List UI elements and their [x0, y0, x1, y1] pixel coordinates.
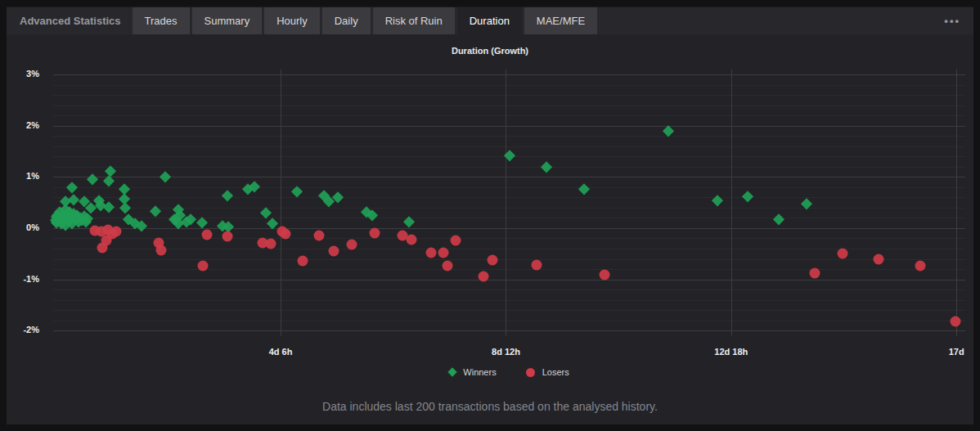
data-point-losers[interactable] — [810, 268, 820, 279]
data-point-losers[interactable] — [347, 239, 357, 249]
data-point-losers[interactable] — [281, 228, 291, 239]
tab-mae-mfe[interactable]: MAE/MFE — [524, 7, 597, 34]
vertical-gridline — [506, 70, 506, 336]
data-point-winners[interactable] — [104, 201, 115, 212]
chart-title: Duration (Growth) — [7, 46, 973, 56]
minor-gridline — [53, 290, 965, 290]
data-point-losers[interactable] — [156, 245, 167, 255]
x-axis-tick-label: 17d — [949, 347, 964, 357]
minor-gridline — [53, 249, 965, 249]
minor-gridline — [53, 208, 965, 209]
plot-area[interactable]: WinnersLosers 3%2%1%0%-1%-2%4d 6h8d 12h1… — [53, 70, 965, 336]
overflow-menu-icon[interactable]: ••• — [931, 7, 973, 34]
vertical-gridline — [956, 70, 957, 336]
minor-gridline — [53, 167, 965, 168]
footer-note: Data includes last 200 transactions base… — [7, 400, 973, 413]
data-point-losers[interactable] — [450, 235, 461, 245]
data-point-losers[interactable] — [874, 254, 884, 265]
minor-gridline — [53, 269, 965, 270]
data-point-losers[interactable] — [329, 246, 339, 257]
data-point-losers[interactable] — [198, 260, 209, 271]
data-point-winners[interactable] — [261, 207, 272, 218]
minor-gridline — [53, 136, 965, 137]
tab-duration[interactable]: Duration — [457, 7, 522, 34]
data-point-winners[interactable] — [663, 125, 673, 136]
minor-gridline — [53, 310, 965, 311]
data-point-losers[interactable] — [202, 230, 213, 240]
major-gridline — [53, 126, 965, 127]
y-axis-tick-label: 0% — [3, 222, 39, 232]
data-point-losers[interactable] — [370, 228, 380, 239]
legend-label: Winners — [463, 367, 496, 377]
minor-gridline — [53, 197, 965, 198]
major-gridline — [53, 228, 965, 229]
data-point-losers[interactable] — [406, 234, 416, 245]
vertical-gridline — [281, 70, 281, 336]
minor-gridline — [53, 95, 965, 96]
minor-gridline — [53, 115, 965, 116]
data-point-losers[interactable] — [298, 256, 308, 267]
data-point-losers[interactable] — [223, 231, 233, 241]
minor-gridline — [53, 259, 965, 260]
data-point-winners[interactable] — [578, 183, 589, 194]
data-point-winners[interactable] — [69, 194, 79, 204]
y-axis-tick-label: 3% — [3, 69, 39, 79]
tab-daily[interactable]: Daily — [322, 7, 371, 34]
data-point-losers[interactable] — [915, 260, 926, 271]
data-point-losers[interactable] — [531, 260, 542, 271]
minor-gridline — [53, 300, 965, 301]
data-point-winners[interactable] — [119, 183, 129, 194]
legend-label: Losers — [542, 367, 569, 377]
data-point-losers[interactable] — [314, 230, 325, 240]
y-axis-tick-label: 2% — [3, 120, 39, 130]
diamond-marker-icon — [448, 367, 457, 376]
major-gridline — [53, 74, 965, 75]
minor-gridline — [53, 146, 965, 147]
minor-gridline — [53, 106, 965, 106]
data-point-losers[interactable] — [487, 254, 497, 265]
data-point-losers[interactable] — [425, 248, 436, 258]
tab-summary[interactable]: Summary — [192, 7, 263, 34]
circle-marker-icon — [526, 368, 535, 377]
legend-item-winners[interactable]: Winners — [449, 367, 496, 377]
data-point-winners[interactable] — [67, 182, 78, 192]
x-axis-tick-label: 12d 18h — [714, 347, 748, 357]
x-axis-tick-label: 8d 12h — [492, 347, 520, 357]
data-point-losers[interactable] — [951, 316, 961, 326]
x-axis-tick-label: 4d 6h — [269, 347, 293, 357]
data-point-losers[interactable] — [599, 269, 609, 280]
data-point-winners[interactable] — [267, 218, 277, 228]
data-point-winners[interactable] — [120, 202, 131, 213]
data-point-winners[interactable] — [160, 171, 170, 182]
major-gridline — [53, 280, 965, 281]
minor-gridline — [53, 238, 965, 239]
y-axis-tick-label: -1% — [3, 274, 39, 284]
tab-hourly[interactable]: Hourly — [264, 7, 320, 34]
tab-risk-of-ruin[interactable]: Risk of Ruin — [373, 7, 455, 34]
data-point-losers[interactable] — [266, 238, 276, 249]
data-point-winners[interactable] — [541, 161, 551, 172]
minor-gridline — [53, 187, 965, 188]
data-point-winners[interactable] — [223, 190, 233, 200]
y-axis-tick-label: -2% — [3, 325, 39, 334]
major-gridline — [53, 177, 965, 177]
data-point-losers[interactable] — [442, 260, 452, 271]
legend-item-losers[interactable]: Losers — [526, 367, 569, 377]
major-gridline — [53, 330, 965, 331]
data-point-losers[interactable] — [838, 249, 848, 259]
data-point-winners[interactable] — [88, 173, 98, 184]
panel-title: Advanced Statistics — [7, 7, 133, 34]
chart-legend: WinnersLosers — [53, 367, 965, 377]
tab-bar: Advanced Statistics TradesSummaryHourlyD… — [7, 7, 973, 34]
tab-trades[interactable]: Trades — [133, 7, 190, 34]
data-point-losers[interactable] — [438, 248, 448, 258]
chart-panel: Duration (Growth) WinnersLosers 3%2%1%0%… — [7, 34, 973, 424]
data-point-losers[interactable] — [478, 271, 488, 281]
data-point-winners[interactable] — [773, 213, 784, 224]
data-point-losers[interactable] — [111, 226, 122, 236]
vertical-gridline — [731, 70, 732, 336]
minor-gridline — [53, 321, 965, 321]
data-point-winners[interactable] — [742, 191, 753, 201]
tabs-container: TradesSummaryHourlyDailyRisk of RuinDura… — [133, 7, 600, 34]
y-axis-tick-label: 1% — [3, 171, 39, 181]
